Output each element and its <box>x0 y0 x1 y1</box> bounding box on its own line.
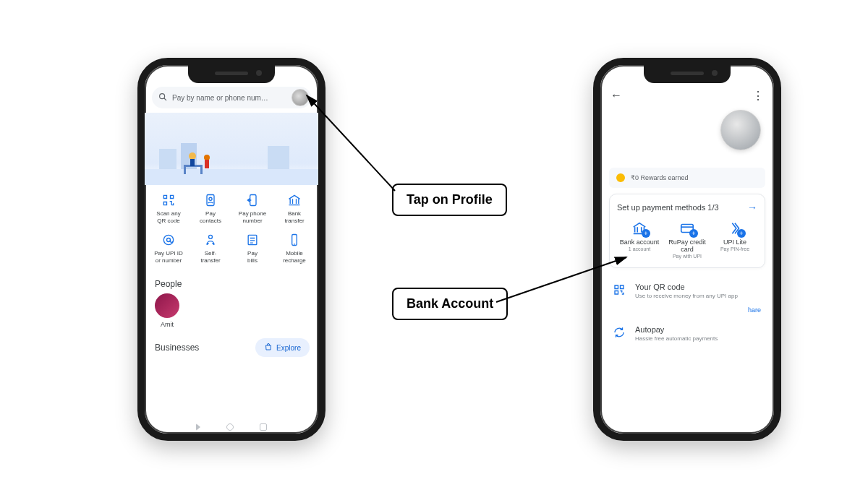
contacts-icon <box>203 192 218 208</box>
bank-icon: + <box>630 220 649 236</box>
action-scan-qr[interactable]: Scan any QR code <box>148 191 190 226</box>
share-link[interactable]: hare <box>600 306 774 318</box>
qr-code-item[interactable]: Your QR code Use to receive money from a… <box>600 275 774 306</box>
nav-home-icon[interactable] <box>226 423 234 431</box>
qr-icon <box>612 283 626 297</box>
method-rupay-card[interactable]: + RuPay credit card Pay with UPI <box>665 220 710 259</box>
people-heading: People <box>145 272 318 293</box>
phone-arrow-icon <box>244 192 260 208</box>
add-badge-icon: + <box>689 229 698 238</box>
people-row: Amit <box>145 293 318 334</box>
shop-icon <box>264 343 273 353</box>
explore-button[interactable]: Explore <box>255 338 310 357</box>
qr-scan-icon <box>161 192 176 208</box>
phone-left: Pay by name or phone num… <box>137 58 326 441</box>
autopay-icon <box>612 325 626 340</box>
back-icon[interactable]: ← <box>610 89 622 102</box>
businesses-heading: Businesses <box>155 343 199 353</box>
bills-icon <box>244 232 260 248</box>
svg-point-17 <box>167 238 171 242</box>
tutorial-canvas: Pay by name or phone num… <box>14 14 854 481</box>
android-nav <box>145 423 318 431</box>
gpay-profile-screen: ← ⋮ ₹0 Rewards earned Set up payment met… <box>600 65 774 434</box>
profile-photo[interactable] <box>720 110 761 150</box>
hero-illustration <box>145 113 318 185</box>
action-self-transfer[interactable]: Self- transfer <box>190 231 231 266</box>
phone-notch <box>188 64 275 83</box>
at-icon <box>161 232 176 248</box>
setup-payment-card: Set up payment methods 1/3 → + Bank acco… <box>609 194 765 268</box>
add-badge-icon: + <box>642 229 650 238</box>
callout-bank: Bank Account <box>392 288 508 320</box>
quick-actions-grid: Scan any QR code Pay contacts Pay phone … <box>145 188 318 272</box>
search-bar[interactable]: Pay by name or phone num… <box>152 87 311 108</box>
svg-rect-2 <box>159 149 176 169</box>
search-icon <box>158 92 168 103</box>
add-badge-icon: + <box>737 229 746 238</box>
action-mobile-recharge[interactable]: Mobile recharge <box>273 231 315 266</box>
svg-point-11 <box>204 155 210 160</box>
credit-card-icon: + <box>678 220 697 236</box>
mobile-recharge-icon <box>286 232 302 248</box>
action-bank-transfer[interactable]: Bank transfer <box>273 191 315 226</box>
nav-back-icon[interactable] <box>196 423 200 431</box>
svg-rect-5 <box>145 169 318 185</box>
setup-title: Set up payment methods 1/3 <box>617 203 719 212</box>
phone-right: ← ⋮ ₹0 Rewards earned Set up payment met… <box>593 58 781 441</box>
svg-point-16 <box>163 235 173 244</box>
action-pay-upi-id[interactable]: Pay UPI ID or number <box>148 231 190 266</box>
phone-notch <box>644 64 731 83</box>
nav-recent-icon[interactable] <box>260 423 267 431</box>
svg-rect-10 <box>190 159 195 166</box>
autopay-item[interactable]: Autopay Hassle free automatic payments <box>600 318 774 349</box>
svg-point-14 <box>209 197 212 200</box>
arrow-right-icon[interactable]: → <box>747 202 757 213</box>
svg-point-9 <box>189 152 196 160</box>
svg-rect-7 <box>184 167 186 174</box>
gpay-home-screen: Pay by name or phone num… <box>145 65 318 434</box>
svg-line-1 <box>164 98 166 100</box>
action-pay-contacts[interactable]: Pay contacts <box>190 191 231 226</box>
method-upi-lite[interactable]: + UPI Lite Pay PIN-free <box>712 220 757 259</box>
action-pay-bills[interactable]: Pay bills <box>231 231 273 266</box>
callout-profile: Tap on Profile <box>392 184 507 216</box>
avatar <box>155 293 179 318</box>
action-pay-phone[interactable]: Pay phone number <box>231 191 273 226</box>
person-amit[interactable]: Amit <box>155 293 179 328</box>
kebab-menu-icon[interactable]: ⋮ <box>752 89 764 103</box>
svg-point-18 <box>209 235 213 238</box>
rewards-strip[interactable]: ₹0 Rewards earned <box>609 168 765 188</box>
svg-rect-4 <box>268 146 289 169</box>
svg-rect-12 <box>205 160 209 168</box>
bank-icon <box>286 192 302 208</box>
reward-coin-icon <box>616 173 625 182</box>
svg-rect-8 <box>200 167 203 174</box>
method-bank-account[interactable]: + Bank account 1 account <box>617 220 662 259</box>
profile-avatar[interactable] <box>292 89 309 106</box>
search-placeholder: Pay by name or phone num… <box>172 94 268 102</box>
upi-lite-icon: + <box>726 220 744 236</box>
self-transfer-icon <box>203 232 218 248</box>
